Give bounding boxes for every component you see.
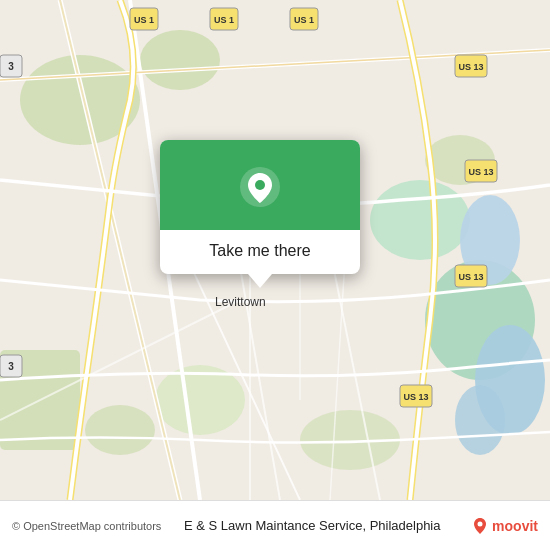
- svg-text:US 13: US 13: [458, 272, 483, 282]
- svg-point-8: [85, 405, 155, 455]
- copyright-text: © OpenStreetMap contributors: [12, 520, 161, 532]
- popup-text-area[interactable]: Take me there: [160, 230, 360, 274]
- svg-text:US 1: US 1: [214, 15, 234, 25]
- svg-text:US 13: US 13: [468, 167, 493, 177]
- svg-text:US 1: US 1: [134, 15, 154, 25]
- svg-text:US 13: US 13: [458, 62, 483, 72]
- moovit-logo: moovit: [471, 517, 538, 535]
- location-name: E & S Lawn Maintance Service, Philadelph…: [169, 518, 455, 533]
- popup-card[interactable]: Take me there: [160, 140, 360, 274]
- svg-text:US 1: US 1: [294, 15, 314, 25]
- popup-green-area: [160, 140, 360, 230]
- location-pin-icon: [238, 165, 282, 209]
- popup-pointer: [248, 274, 272, 288]
- moovit-pin-icon: [471, 517, 489, 535]
- svg-text:US 13: US 13: [403, 392, 428, 402]
- svg-point-45: [478, 521, 483, 526]
- bottom-bar: © OpenStreetMap contributors E & S Lawn …: [0, 500, 550, 550]
- moovit-label: moovit: [492, 518, 538, 534]
- map-container: US 1 US 13 US 13 US 13 US 13 US 1 US 1 3…: [0, 0, 550, 500]
- svg-text:3: 3: [8, 361, 14, 372]
- svg-text:3: 3: [8, 61, 14, 72]
- svg-point-3: [370, 180, 470, 260]
- svg-point-2: [140, 30, 220, 90]
- take-me-there-button[interactable]: Take me there: [209, 242, 310, 260]
- svg-point-12: [455, 385, 505, 455]
- svg-point-44: [255, 180, 265, 190]
